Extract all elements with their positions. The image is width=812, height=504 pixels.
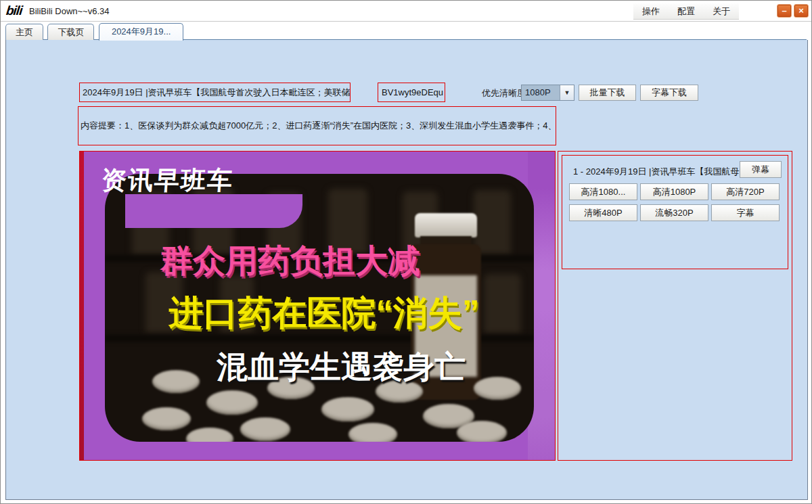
part-title-label: 1 - 2024年9月19日 |资讯早班车【我国航母... (573, 166, 742, 178)
menu-config[interactable]: 配置 (673, 4, 699, 19)
quality-button-1080p[interactable]: 高清1080P (640, 183, 708, 200)
title-bar: bili BiliBili Down~~v6.34 操作 配置 关于 – × (1, 1, 811, 22)
tab-downloads[interactable]: 下载页 (47, 24, 94, 40)
part-list-panel: 1 - 2024年9月19日 |资讯早班车【我国航母... 弹幕 高清1080.… (558, 151, 792, 461)
quality-button-480p[interactable]: 清晰480P (569, 204, 637, 221)
batch-download-button[interactable]: 批量下载 (579, 85, 636, 101)
minimize-button[interactable]: – (777, 4, 792, 18)
app-title: BiliBili Down~~v6.34 (29, 6, 110, 16)
chevron-down-icon[interactable]: ▼ (560, 85, 574, 100)
content-summary-field[interactable]: 内容提要：1、医保谈判为群众减负超7000亿元；2、进口药逐渐“消失”在国内医院… (78, 106, 556, 145)
video-title-field[interactable]: 2024年9月19日 |资讯早班车【我国航母首次驶入日本毗连区；美联储时... (79, 83, 351, 102)
close-button[interactable]: × (794, 4, 809, 18)
tab-home[interactable]: 主页 (5, 24, 43, 40)
thumbnail-badge-notch (125, 194, 302, 228)
thumbnail-headline-2: 进口药在医院“消失” (87, 290, 556, 337)
app-window: bili BiliBili Down~~v6.34 操作 配置 关于 – × 主… (0, 0, 812, 504)
quality-dropdown[interactable]: 1080P ▼ (521, 85, 574, 101)
quality-priority-label: 优先清晰度 (482, 87, 526, 99)
part-item-group: 1 - 2024年9月19日 |资讯早班车【我国航母... 弹幕 高清1080.… (562, 155, 788, 269)
tab-content-panel: 2024年9月19日 |资讯早班车【我国航母首次驶入日本毗连区；美联储时... … (5, 40, 808, 500)
quality-dropdown-value: 1080P (522, 85, 560, 100)
tab-bar: 主页 下载页 2024年9月19... (5, 23, 807, 40)
thumbnail-badge: 资讯早班车 (100, 164, 234, 198)
bv-id-field[interactable]: BV1wyt9eDEqu (378, 83, 445, 102)
video-thumbnail[interactable]: 资讯早班车 群众用药负担大减 进口药在医院“消失” 混血学生遇袭身亡 (79, 151, 556, 461)
quality-button-720p[interactable]: 高清720P (711, 183, 780, 200)
danmaku-download-button[interactable]: 弹幕 (740, 161, 782, 178)
tab-video-date[interactable]: 2024年9月19... (99, 23, 183, 41)
pill-bottle-cap (415, 213, 477, 237)
quality-button-1080plus[interactable]: 高清1080... (569, 183, 637, 200)
thumbnail-headline-3: 混血学生遇袭身亡 (104, 346, 556, 388)
menu-operate[interactable]: 操作 (638, 4, 664, 19)
subtitle-download-button[interactable]: 字幕下载 (640, 85, 698, 101)
thumbnail-headline-1: 群众用药负担大减 (79, 239, 528, 283)
bilibili-logo-icon: bili (5, 3, 28, 20)
subtitle-button[interactable]: 字幕 (711, 204, 780, 221)
quality-button-320p[interactable]: 流畅320P (640, 204, 708, 221)
thumbnail-left-stripe (80, 152, 84, 460)
menu-about[interactable]: 关于 (708, 4, 734, 19)
menu-strip: 操作 配置 关于 (633, 3, 739, 20)
